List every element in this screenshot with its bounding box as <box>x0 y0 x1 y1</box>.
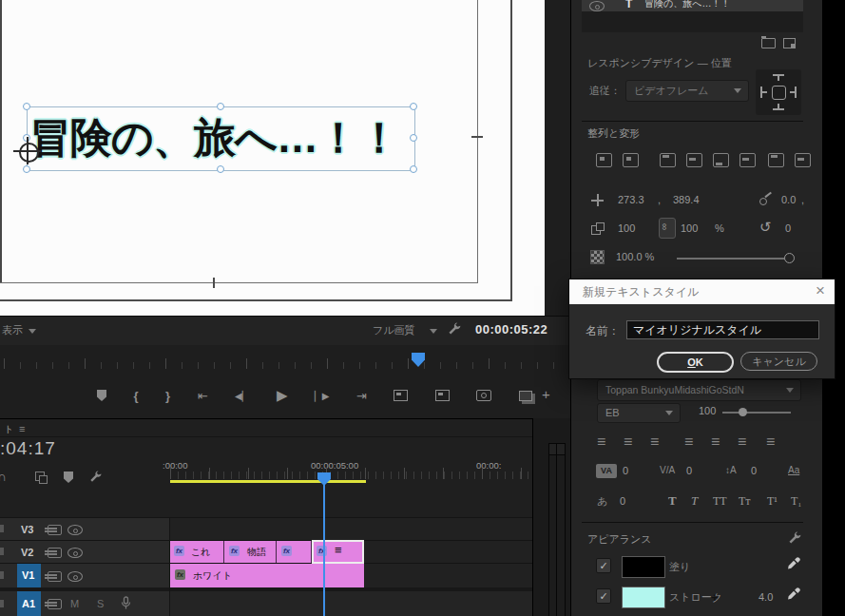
toggle-track-output-icon-v3[interactable] <box>67 525 83 535</box>
play-button-icon[interactable]: ▶ <box>277 387 288 404</box>
font-size-slider-knob[interactable] <box>739 408 747 416</box>
track-name-v2[interactable]: V2 <box>21 547 33 559</box>
clip-unnamed[interactable]: fx <box>277 541 312 563</box>
justify-all-icon[interactable]: ≡ <box>766 433 775 451</box>
selection-handle-bottom-left[interactable] <box>23 165 30 173</box>
follow-dropdown[interactable]: ビデオフレーム <box>625 80 749 102</box>
go-to-out-icon[interactable]: ⇥ <box>356 389 367 403</box>
kerning-value[interactable]: 0 <box>686 465 692 477</box>
selection-handle-middle-right[interactable] <box>410 134 417 142</box>
selection-handle-bottom-center[interactable] <box>217 165 224 173</box>
extract-icon[interactable] <box>435 390 450 401</box>
align-vertical-centers-icon[interactable] <box>686 153 702 167</box>
timeline-ruler-ticks-major[interactable] <box>170 468 532 479</box>
mark-out-icon[interactable]: } <box>165 389 170 403</box>
sync-lock-icon-v2[interactable] <box>48 548 62 558</box>
view-dropdown-chevron-icon[interactable] <box>29 329 36 334</box>
panel-menu-icon[interactable]: ≡ <box>19 423 25 435</box>
align-paragraph-right-icon[interactable]: ≡ <box>650 433 659 451</box>
button-editor-plus-icon[interactable]: + <box>542 386 550 403</box>
add-stroke-icon[interactable]: + <box>711 590 719 606</box>
linked-selection-icon[interactable] <box>35 472 45 481</box>
rotation-value[interactable]: 0 <box>785 222 791 235</box>
stroke-eyedropper-icon[interactable] <box>787 587 800 601</box>
fill-eyedropper-icon[interactable] <box>787 557 800 570</box>
align-left-icon[interactable] <box>768 153 784 167</box>
distribute-vertical-icon[interactable] <box>739 153 756 167</box>
playback-quality-dropdown[interactable]: フル画質 <box>373 324 415 337</box>
all-caps-button[interactable]: TT <box>713 494 727 508</box>
position-y-value[interactable]: 389.4 <box>673 194 700 206</box>
track-name-v3[interactable]: V3 <box>21 524 33 536</box>
clip-monogatari[interactable]: fx 物語 <box>224 541 277 563</box>
toggle-track-output-icon-v2[interactable] <box>67 548 83 558</box>
selection-handle-top-center[interactable] <box>217 103 224 110</box>
style-name-input[interactable] <box>626 320 819 339</box>
timeline-timecode[interactable]: :04:17 <box>0 438 56 460</box>
align-paragraph-center-icon[interactable]: ≡ <box>624 433 632 451</box>
sync-lock-icon-v1[interactable] <box>48 571 62 582</box>
scale-x-value[interactable]: 100 <box>618 222 635 235</box>
selection-handle-top-left[interactable] <box>23 103 30 110</box>
layer-visibility-eye-icon[interactable] <box>589 1 605 11</box>
work-area-bar[interactable] <box>170 480 366 483</box>
anchor-x-value[interactable]: 0.0 <box>781 194 796 206</box>
stroke-color-swatch[interactable] <box>622 587 665 608</box>
ok-button[interactable]: OK <box>657 352 734 373</box>
leading-value[interactable]: 0 <box>751 465 757 477</box>
tracking-value[interactable]: 0 <box>623 465 628 477</box>
justify-last-right-icon[interactable]: ≡ <box>738 433 746 451</box>
new-group-folder-icon[interactable] <box>761 38 776 48</box>
step-forward-icon[interactable]: ▏▶ <box>315 391 329 401</box>
faux-bold-button[interactable]: T <box>668 493 677 509</box>
timeline-tab-label[interactable]: ト <box>4 424 13 435</box>
monitor-ruler-ticks-major[interactable] <box>4 358 567 369</box>
distribute-horizontal-icon[interactable] <box>795 153 811 167</box>
fill-checkbox[interactable]: ✓ <box>596 558 611 573</box>
subscript-button[interactable]: T₁ <box>791 494 802 508</box>
clip-white-matte[interactable]: fx ホワイト <box>170 564 364 587</box>
opacity-value[interactable]: 100.0 % <box>616 251 654 263</box>
fx-badge[interactable]: fx <box>317 546 327 556</box>
monitor-settings-wrench-icon[interactable] <box>447 321 462 337</box>
cancel-button[interactable]: キャンセル <box>740 352 817 371</box>
justify-last-left-icon[interactable]: ≡ <box>684 433 693 451</box>
track-name-a1[interactable]: A1 <box>22 598 35 610</box>
timeline-playhead-line[interactable] <box>323 480 325 616</box>
track-name-v1[interactable]: V1 <box>22 569 34 582</box>
anchor-point-icon[interactable] <box>19 143 39 163</box>
appearance-settings-wrench-icon[interactable] <box>787 530 802 546</box>
mute-button-a1[interactable]: M <box>70 598 79 610</box>
quality-dropdown-chevron-icon[interactable] <box>430 329 437 334</box>
small-caps-button[interactable]: Tᴛ <box>739 494 751 508</box>
add-marker-icon[interactable] <box>97 390 106 401</box>
canvas-title-text[interactable]: 冒険の、旅へ…！！ <box>29 110 399 166</box>
font-style-dropdown[interactable]: EB <box>597 403 681 423</box>
superscript-button[interactable]: T¹ <box>767 494 778 508</box>
align-top-icon[interactable] <box>660 153 676 167</box>
voiceover-mic-icon[interactable] <box>120 596 132 610</box>
opacity-slider-track[interactable] <box>677 258 789 260</box>
justify-last-center-icon[interactable]: ≡ <box>711 433 720 451</box>
sync-lock-icon-v3[interactable] <box>48 525 62 535</box>
dialog-titlebar[interactable]: 新規テキストスタイル × <box>569 279 835 304</box>
pin-center-box[interactable] <box>772 86 786 100</box>
fill-color-swatch[interactable] <box>622 556 665 578</box>
comparison-view-icon[interactable] <box>519 391 532 401</box>
toggle-track-output-icon-v1[interactable] <box>67 571 83 582</box>
stroke-width-value[interactable]: 4.0 <box>759 591 773 604</box>
go-to-in-icon[interactable]: ⇤ <box>198 389 208 403</box>
view-dropdown[interactable]: 表示 <box>2 324 23 337</box>
opacity-slider-knob[interactable] <box>784 253 795 263</box>
align-bottom-icon[interactable] <box>713 153 729 167</box>
align-paragraph-left-icon[interactable]: ≡ <box>597 433 605 451</box>
tsume-value[interactable]: 0 <box>620 495 625 508</box>
fx-badge[interactable]: fx <box>229 546 240 556</box>
audio-meter-bars[interactable] <box>548 454 566 616</box>
stroke-checkbox[interactable]: ✓ <box>596 588 611 604</box>
selection-handle-bottom-right[interactable] <box>410 165 417 173</box>
mark-in-icon[interactable]: { <box>134 389 139 403</box>
pin-to-widget[interactable] <box>756 69 801 115</box>
layer-row-selected[interactable]: T 冒険の、旅へ…！！ <box>582 0 803 11</box>
font-family-dropdown[interactable]: Toppan BunkyuMidashiGoStdN <box>597 379 801 401</box>
